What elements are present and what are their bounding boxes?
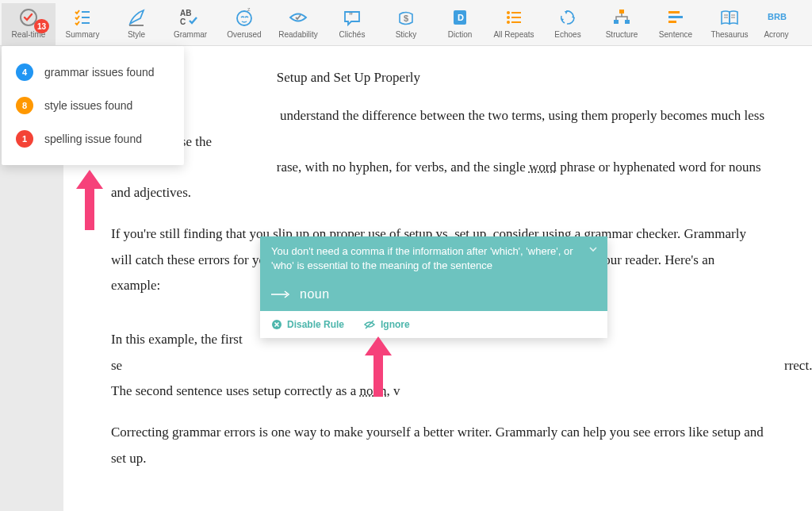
toolbar-style[interactable]: Style — [109, 3, 163, 45]
toolbar-allrepeats[interactable]: All Repeats — [487, 3, 541, 45]
svg-rect-22 — [668, 11, 680, 13]
suggestion-text: noun — [300, 287, 330, 302]
svg-text:”: ” — [349, 12, 353, 21]
svg-point-13 — [507, 11, 510, 14]
annotation-arrow — [70, 167, 109, 230]
realtime-badge: 13 — [34, 19, 49, 33]
doc-heading: XXXXXXXXXXXXXXXXXSetup and Set Up Proper… — [111, 65, 764, 90]
list-lines-icon — [504, 6, 524, 29]
count-badge: 8 — [16, 97, 33, 114]
abc-check-icon: ABC — [179, 6, 201, 29]
toolbar-label: Thesaurus — [710, 30, 748, 39]
toolbar-label: All Repeats — [493, 30, 534, 39]
toolbar-acronym[interactable]: BRB Acrony — [756, 3, 796, 45]
toolbar-label: Grammar — [174, 30, 207, 39]
toolbar-overused[interactable]: z Overused — [217, 3, 271, 45]
open-book-icon — [719, 6, 740, 29]
toolbar-grammar[interactable]: ABC Grammar — [163, 3, 217, 45]
svg-text:$: $ — [404, 13, 408, 23]
close-circle-icon — [271, 319, 282, 330]
svg-point-15 — [507, 16, 510, 19]
speech-bubble-icon: ” — [342, 6, 362, 29]
toolbar-label: Echoes — [554, 30, 580, 39]
chevron-down-icon[interactable] — [588, 244, 598, 254]
doc-paragraph: In this example, the first seXXXXXXXXXXX… — [111, 327, 764, 404]
svg-text:BRB: BRB — [768, 12, 787, 21]
hierarchy-icon — [611, 6, 632, 29]
toolbar-readability[interactable]: Readability — [271, 3, 325, 45]
toolbar-echoes[interactable]: Echoes — [541, 3, 595, 45]
svg-rect-19 — [619, 10, 624, 13]
bars-icon — [665, 6, 686, 29]
arrow-right-icon — [271, 290, 292, 298]
underlined-word[interactable]: word — [529, 159, 557, 175]
toolbar-label: Overused — [227, 30, 261, 39]
dropdown-item-label: grammar issues found — [44, 66, 155, 79]
toolbar-sticky[interactable]: $ Sticky — [379, 3, 433, 45]
disable-rule-button[interactable]: Disable Rule — [271, 319, 344, 330]
toolbar-sentence[interactable]: Sentence — [649, 3, 703, 45]
tooltip-message: You don't need a comma if the informatio… — [260, 236, 607, 281]
svg-rect-21 — [625, 20, 630, 24]
toolbar-summary[interactable]: Summary — [56, 3, 109, 45]
svg-rect-24 — [668, 21, 676, 23]
grammar-tooltip: You don't need a comma if the informatio… — [260, 236, 607, 338]
doc-paragraph: Correcting grammar errors is one way to … — [111, 420, 764, 471]
svg-rect-23 — [668, 16, 683, 18]
dropdown-item-style[interactable]: 8 style issues found — [2, 89, 184, 122]
dropdown-item-label: spelling issue found — [44, 133, 142, 145]
ignore-button[interactable]: Ignore — [363, 319, 410, 330]
recycle-icon — [557, 6, 578, 29]
svg-point-17 — [507, 21, 510, 24]
svg-text:AB: AB — [180, 9, 191, 17]
svg-text:z: z — [247, 7, 251, 12]
toolbar-label: Acrony — [764, 30, 788, 39]
tooltip-suggestion[interactable]: noun — [260, 281, 607, 311]
doc-paragraph: XXXXXXXXXXXXXXXXX understand the differe… — [111, 103, 764, 206]
toolbar-label: Summary — [66, 30, 100, 39]
svg-rect-20 — [614, 20, 619, 24]
dropdown-item-spelling[interactable]: 1 spelling issue found — [2, 122, 184, 156]
realtime-dropdown: 4 grammar issues found 8 style issues fo… — [2, 46, 184, 165]
quill-icon — [126, 6, 147, 29]
eye-off-icon — [363, 319, 376, 330]
svg-point-7 — [237, 11, 251, 25]
eye-check-icon — [288, 6, 308, 29]
annotation-arrow — [358, 333, 398, 397]
svg-text:D: D — [458, 13, 464, 22]
count-badge: 1 — [16, 130, 33, 148]
action-label: Disable Rule — [287, 319, 344, 330]
toolbar: Real-time 13 Summary Style ABC Grammar z… — [0, 0, 812, 46]
toolbar-label: Readability — [278, 30, 317, 39]
svg-text:C: C — [180, 17, 186, 26]
toolbar-label: Sticky — [396, 30, 417, 39]
checklist-icon — [72, 6, 93, 29]
toolbar-label: Clichés — [339, 30, 366, 39]
sleepy-face-icon: z — [234, 6, 255, 29]
toolbar-label: Diction — [448, 30, 473, 39]
action-label: Ignore — [381, 319, 410, 330]
tooltip-actions: Disable Rule Ignore — [260, 311, 607, 338]
dropdown-item-label: style issues found — [44, 99, 132, 112]
toolbar-realtime[interactable]: Real-time 13 — [2, 3, 56, 45]
toolbar-thesaurus[interactable]: Thesaurus — [703, 3, 756, 45]
count-badge: 4 — [16, 63, 33, 81]
toolbar-structure[interactable]: Structure — [595, 3, 649, 45]
brb-icon: BRB — [766, 6, 787, 29]
toolbar-label: Structure — [606, 30, 638, 39]
dollar-note-icon: $ — [396, 6, 416, 29]
toolbar-label: Sentence — [659, 30, 692, 39]
dictionary-icon: D — [450, 6, 470, 29]
toolbar-label: Style — [128, 30, 145, 39]
toolbar-diction[interactable]: D Diction — [433, 3, 487, 45]
dropdown-item-grammar[interactable]: 4 grammar issues found — [2, 56, 184, 89]
toolbar-cliches[interactable]: ” Clichés — [325, 3, 379, 45]
